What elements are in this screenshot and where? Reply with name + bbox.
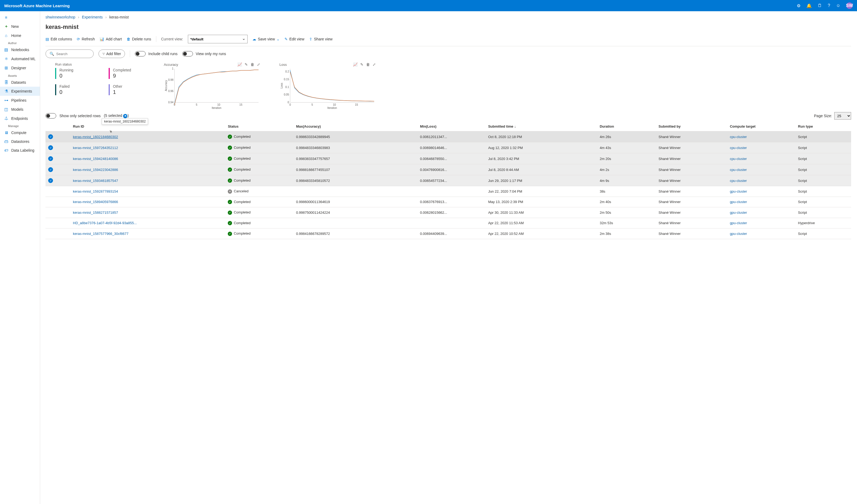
current-view-select[interactable] xyxy=(188,35,248,44)
nav-endpoints[interactable]: ⏃Endpoints xyxy=(0,114,40,123)
table-row[interactable]: ✓keras-mnist_1593461857547✓Completed0.99… xyxy=(46,175,851,186)
bell-icon[interactable]: 🔔 xyxy=(806,3,812,8)
nav-datasets[interactable]: 🗄Datasets xyxy=(0,78,40,87)
table-row[interactable]: keras-mnist_1589405976866✓Completed0.998… xyxy=(46,197,851,207)
row-selected-icon[interactable]: ✓ xyxy=(48,156,53,161)
max-accuracy: 0.9984166678289572 xyxy=(293,228,417,239)
nav-datastores[interactable]: 🗃Datastores xyxy=(0,137,40,146)
row-selected-icon[interactable]: ✓ xyxy=(48,134,53,139)
col-submitted-by[interactable]: Submitted by xyxy=(656,122,727,131)
table-row[interactable]: keras-mnist_1592877893154✕CanceledJun 22… xyxy=(46,186,851,197)
edit-columns-button[interactable]: ▤Edit columns xyxy=(46,37,72,41)
help-icon[interactable]: ? xyxy=(828,3,830,8)
line-chart-icon[interactable]: 📈 xyxy=(237,62,242,67)
nav-experiments[interactable]: ⚗Experiments xyxy=(0,87,40,96)
nav-designer[interactable]: ⊞Designer xyxy=(0,64,40,72)
gear-icon[interactable]: ⚙ xyxy=(797,3,801,8)
svg-text:10: 10 xyxy=(217,103,220,106)
table-row[interactable]: ✓keras-mnist_1594248140086✓Completed0.99… xyxy=(46,153,851,164)
row-selected-icon[interactable]: ✓ xyxy=(48,178,53,183)
pencil-icon[interactable]: ✎ xyxy=(245,62,248,67)
nav-automl[interactable]: ⚛Automated ML xyxy=(0,54,40,64)
compute-target-link[interactable]: cpu-cluster xyxy=(730,146,747,150)
nav-home[interactable]: ⌂Home xyxy=(0,31,40,40)
line-chart-icon[interactable]: 📈 xyxy=(353,62,357,67)
add-chart-button[interactable]: 📊Add chart xyxy=(100,37,122,41)
run-link[interactable]: keras-mnist_1597264352112 xyxy=(73,146,118,150)
refresh-button[interactable]: ⟳Refresh xyxy=(77,37,95,41)
trash-icon[interactable]: 🗑 xyxy=(366,62,370,67)
toggle-show-selected[interactable] xyxy=(46,113,56,119)
compute-target-link[interactable]: cpu-cluster xyxy=(730,135,747,139)
compute-target-link[interactable]: gpu-cluster xyxy=(730,200,747,204)
search-input[interactable] xyxy=(56,52,90,56)
expand-icon[interactable]: ⤢ xyxy=(373,62,376,67)
run-link[interactable]: keras-mnist_1587577966_30cf8677 xyxy=(73,232,129,236)
run-link[interactable]: HD_a8be7376-1a07-4b5f-92d4-93a855... xyxy=(73,221,137,225)
col-duration[interactable]: Duration xyxy=(597,122,656,131)
nav-compute[interactable]: 🖥Compute xyxy=(0,128,40,137)
expand-icon[interactable]: ⤢ xyxy=(257,62,260,67)
run-link[interactable]: keras-mnist_1594248140086 xyxy=(73,157,118,161)
delete-runs-button[interactable]: 🗑Delete runs xyxy=(127,37,151,41)
submitted-time: Jul 8, 2020 3:42 PM xyxy=(486,153,597,164)
col-submitted[interactable]: Submitted time ↓ xyxy=(486,122,597,131)
col-max-acc[interactable]: Max(Accuracy) xyxy=(293,122,417,131)
run-link[interactable]: keras-mnist_1592877893154 xyxy=(73,189,118,193)
table-row[interactable]: keras-mnist_1588271571857✓Completed0.998… xyxy=(46,207,851,218)
smiley-icon[interactable]: ☺ xyxy=(836,3,840,8)
row-selected-icon[interactable]: ✓ xyxy=(48,145,53,150)
avatar[interactable]: SW xyxy=(846,2,853,9)
duration: 2m 40s xyxy=(597,197,656,207)
table-row[interactable]: ✓keras-mnist_1594223042886✓Completed0.99… xyxy=(46,164,851,175)
clear-selection-icon[interactable]: ✕ xyxy=(123,114,128,118)
save-view-button[interactable]: ☁Save view ⌄ xyxy=(252,37,280,41)
run-link[interactable]: keras-mnist_1594223042886 xyxy=(73,168,118,172)
nav-pipelines[interactable]: ⊶Pipelines xyxy=(0,96,40,105)
table-row[interactable]: ✓keras-mnist_1597264352112✓Completed0.99… xyxy=(46,142,851,153)
col-run-type[interactable]: Run type xyxy=(795,122,851,131)
col-status[interactable]: Status xyxy=(225,122,293,131)
col-min-loss[interactable]: Min(Loss) xyxy=(417,122,486,131)
crumb-experiments[interactable]: Experiments xyxy=(82,15,103,19)
run-link[interactable]: keras-mnist_1588271571857 xyxy=(73,210,118,214)
columns-icon: ▤ xyxy=(46,37,49,41)
nav-notebooks[interactable]: ▤Notebooks xyxy=(0,45,40,54)
pencil-icon[interactable]: ✎ xyxy=(360,62,364,67)
nav-models[interactable]: ◫Models xyxy=(0,105,40,114)
toggle-only-my-runs[interactable] xyxy=(182,51,193,56)
table-row[interactable]: keras-mnist_1587577966_30cf8677✓Complete… xyxy=(46,228,851,239)
svg-text:0.98: 0.98 xyxy=(168,79,174,81)
compute-target-link[interactable]: cpu-cluster xyxy=(730,168,747,172)
add-filter-button[interactable]: ⑂Add filter xyxy=(99,50,125,58)
edit-view-button[interactable]: ✎Edit view xyxy=(285,37,304,41)
run-link[interactable]: keras-mnist_1602184680302 xyxy=(73,135,118,139)
stat-other: Other 1 xyxy=(109,84,141,95)
status-canceled-icon: ✕ xyxy=(228,189,232,194)
nav-new[interactable]: ＋New xyxy=(0,22,40,31)
page-size-select[interactable]: 25 xyxy=(834,112,851,120)
compute-target-link[interactable]: gpu-cluster xyxy=(730,189,747,193)
compute-target-link[interactable]: cpu-cluster xyxy=(730,179,747,183)
search-box[interactable]: 🔍 xyxy=(46,50,94,58)
chart-title: Accuracy xyxy=(164,63,178,67)
col-compute-target[interactable]: Compute target xyxy=(727,122,795,131)
feedback-icon[interactable]: 🗒 xyxy=(818,3,822,8)
toggle-include-children[interactable] xyxy=(135,51,146,56)
table-row[interactable]: HD_a8be7376-1a07-4b5f-92d4-93a855...✓Com… xyxy=(46,218,851,228)
crumb-workspace[interactable]: shwinneworkshop xyxy=(46,15,75,19)
trash-icon[interactable]: 🗑 xyxy=(251,62,254,67)
compute-target-link[interactable]: gpu-cluster xyxy=(730,210,747,214)
run-link[interactable]: keras-mnist_1593461857547 xyxy=(73,179,118,183)
table-row[interactable]: ✓keras-mnist_1602184680302✓Completed0.99… xyxy=(46,131,851,142)
row-selected-icon[interactable]: ✓ xyxy=(48,167,53,172)
share-view-button[interactable]: ⇪Share view xyxy=(309,37,332,41)
compute-target-link[interactable]: gpu-cluster xyxy=(730,232,747,236)
crumb-current: keras-mnist xyxy=(109,15,129,19)
run-link[interactable]: keras-mnist_1589405976866 xyxy=(73,200,118,204)
compute-target-link[interactable]: gpu-cluster xyxy=(730,221,747,225)
nav-datalabeling[interactable]: 🏷Data Labeling xyxy=(0,146,40,155)
nav-hamburger[interactable]: ≡ xyxy=(0,13,40,22)
chevron-down-icon: ⌄ xyxy=(276,37,280,41)
compute-target-link[interactable]: cpu-cluster xyxy=(730,157,747,161)
